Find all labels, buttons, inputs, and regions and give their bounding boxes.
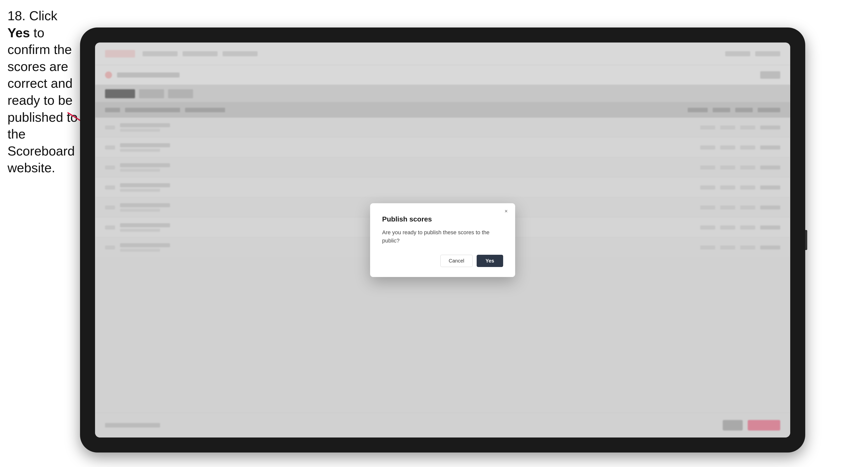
step-number: 18. [7,8,26,23]
modal-title: Publish scores [382,215,503,223]
tablet-screen: × Publish scores Are you ready to publis… [95,42,790,437]
yes-button[interactable]: Yes [477,255,503,267]
modal-body-text: Are you ready to publish these scores to… [382,228,503,245]
click-text: Click [26,8,57,23]
modal-close-button[interactable]: × [502,207,510,215]
instruction-text: 18. Click Yes to confirm the scores are … [7,7,80,177]
yes-bold: Yes [7,26,30,40]
modal-overlay: × Publish scores Are you ready to publis… [95,42,790,437]
tablet-side-button [805,230,807,250]
description-text: to confirm the scores are correct and re… [7,26,78,175]
modal-actions: Cancel Yes [382,255,503,267]
publish-scores-modal: × Publish scores Are you ready to publis… [370,203,515,277]
tablet-device: × Publish scores Are you ready to publis… [80,28,805,453]
cancel-button[interactable]: Cancel [440,255,472,267]
